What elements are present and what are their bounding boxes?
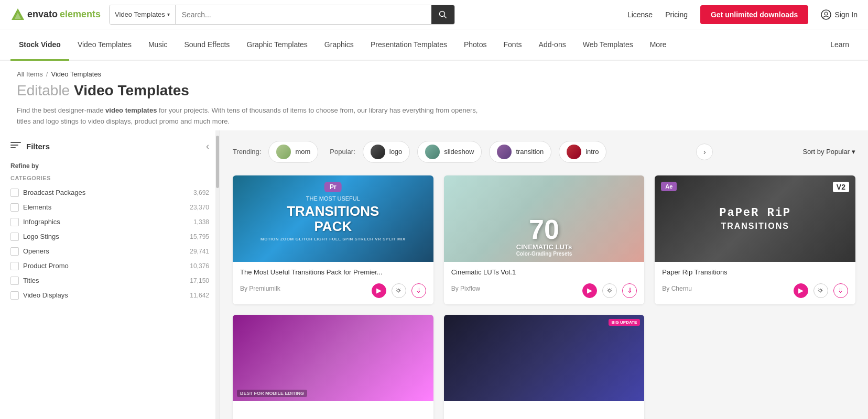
card-paper-rip-author: By Chernu [662,285,692,292]
page-title-bold: Video Templates [74,82,189,98]
logo-elements-text: elements [60,9,101,20]
sort-by-dropdown[interactable]: Sort by Popular ▾ [802,148,855,156]
sidebar: Filters ‹ Refine by Categories Broadcast… [0,130,220,419]
card-4-info [233,401,433,419]
card-5-title [451,407,637,415]
tag-transition-thumb [497,145,512,159]
tag-logo[interactable]: logo [363,141,410,163]
card-luts-info: Cinematic LUTs Vol.1 By Pixflow ▶ ⛭ ⇓ [444,262,645,304]
filters-label: Filters [26,142,50,151]
category-openers-name: Openers [23,247,186,255]
breadcrumb-all-items[interactable]: All Items [17,70,43,78]
nav-item-video-templates[interactable]: Video Templates [69,29,140,61]
nav-item-learn[interactable]: Learn [822,29,858,61]
category-logo-stings-count: 15,795 [190,233,209,240]
category-video-displays-count: 11,642 [190,292,209,299]
filter-icon [10,142,21,150]
pr-badge: Pr [324,182,342,192]
refine-by-label: Refine by [10,162,209,170]
card-5-image: BIG UPDATE [444,315,645,401]
search-bar: Video Templates ▾ [109,5,455,25]
license-link[interactable]: License [627,10,653,19]
nav-item-addons[interactable]: Add-ons [530,29,574,61]
search-input[interactable] [176,5,431,24]
sign-in-link[interactable]: Sign In [821,9,858,20]
paper-rip-overlay: PaPeR RiP TRANSITIONS [719,206,791,231]
category-product-promo-checkbox[interactable] [10,262,19,270]
nav-item-graphic-templates[interactable]: Graphic Templates [238,29,316,61]
trending-next-button[interactable]: › [696,144,713,160]
category-broadcast: Broadcast Packages 3,692 [10,185,209,200]
card-paper-rip-download-btn[interactable]: ⇓ [833,283,848,298]
category-product-promo-name: Product Promo [23,262,186,270]
tag-transition[interactable]: transition [489,141,551,163]
overlay-subtitle: THE MOST USEFUL [261,195,406,202]
tag-slideshow[interactable]: slideshow [417,141,482,163]
category-video-displays-checkbox[interactable] [10,291,19,300]
page-title-light: Editable [17,82,70,98]
card-paper-rip-bookmark-btn[interactable]: ⛭ [813,283,828,298]
category-infographics: Infographics 1,338 [10,215,209,229]
header-nav: License Pricing Get unlimited downloads … [627,5,858,24]
nav-item-sound-effects[interactable]: Sound Effects [176,29,238,61]
search-category-dropdown[interactable]: Video Templates ▾ [110,5,176,24]
card-luts-download-btn[interactable]: ⇓ [622,283,637,298]
v2-badge: V2 [833,182,849,192]
category-logo-stings-checkbox[interactable] [10,233,19,241]
get-unlimited-button[interactable]: Get unlimited downloads [700,5,808,24]
logo[interactable]: envatoelements [10,7,101,22]
breadcrumb-current: Video Templates [51,70,101,78]
sidebar-header: Filters ‹ [10,141,209,152]
category-video-displays: Video Displays 11,642 [10,288,209,303]
card-4-image: BEST FOR MOBILE EDITING [233,315,433,401]
nav-item-fonts[interactable]: Fonts [495,29,530,61]
card-transitions-bookmark-btn[interactable]: ⛭ [392,283,406,298]
card-paper-rip-info: Paper Rip Transitions By Chernu ▶ ⛭ ⇓ [655,262,855,304]
tag-mom-thumb [276,145,291,159]
card-transitions-author: By Premiumilk [240,285,280,292]
tag-mom[interactable]: mom [268,141,318,163]
card-4-title [240,407,426,415]
category-logo-stings: Logo Stings 15,795 [10,229,209,244]
collapse-sidebar-button[interactable]: ‹ [206,141,209,152]
nav-item-web-templates[interactable]: Web Templates [574,29,642,61]
svg-point-5 [824,12,828,15]
nav-item-photos[interactable]: Photos [455,29,495,61]
scrollbar-track [215,130,220,419]
category-infographics-checkbox[interactable] [10,218,19,226]
nav-bar: Stock Video Video Templates Music Sound … [0,29,868,61]
nav-item-presentation-templates[interactable]: Presentation Templates [362,29,455,61]
luts-label: CINEMATIC LUTs [449,243,639,251]
pricing-link[interactable]: Pricing [665,10,688,19]
search-button[interactable] [431,5,454,24]
category-openers-checkbox[interactable] [10,247,19,256]
search-category-label: Video Templates [115,10,165,18]
category-product-promo-count: 10,376 [190,262,209,270]
category-elements-checkbox[interactable] [10,203,19,212]
category-elements: Elements 23,370 [10,200,209,215]
card-luts-preview-btn[interactable]: ▶ [582,283,597,298]
card-cinematic-luts: 70 CINEMATIC LUTs Color-Grading Presets … [444,175,645,304]
overlay-tags: MOTION ZOOM GLITCH LIGHT FULL SPIN STREC… [261,237,406,241]
nav-item-graphics[interactable]: Graphics [316,29,362,61]
card-5-info [444,401,645,419]
card-luts-bookmark-btn[interactable]: ⛭ [602,283,617,298]
category-titles: Titles 17,150 [10,273,209,288]
card-luts-actions: ▶ ⛭ ⇓ [582,283,637,298]
category-titles-checkbox[interactable] [10,277,19,285]
scrollbar-thumb[interactable] [216,136,219,188]
category-product-promo: Product Promo 10,376 [10,259,209,273]
nav-item-more[interactable]: More [642,29,675,61]
card-paper-rip-preview-btn[interactable]: ▶ [794,283,808,298]
card-transitions-preview-btn[interactable]: ▶ [372,283,386,298]
luts-sublabel: Color-Grading Presets [449,251,639,257]
page-title: Editable Video Templates [17,82,851,99]
nav-item-stock-video[interactable]: Stock Video [10,29,69,61]
category-broadcast-checkbox[interactable] [10,189,19,197]
card-luts-author: By Pixflow [451,285,480,292]
nav-item-music[interactable]: Music [140,29,176,61]
card-transitions-info: The Most Useful Transitions Pack for Pre… [233,262,433,304]
card-transitions-download-btn[interactable]: ⇓ [411,283,426,298]
svg-line-3 [444,16,447,18]
tag-intro[interactable]: intro [559,141,606,163]
